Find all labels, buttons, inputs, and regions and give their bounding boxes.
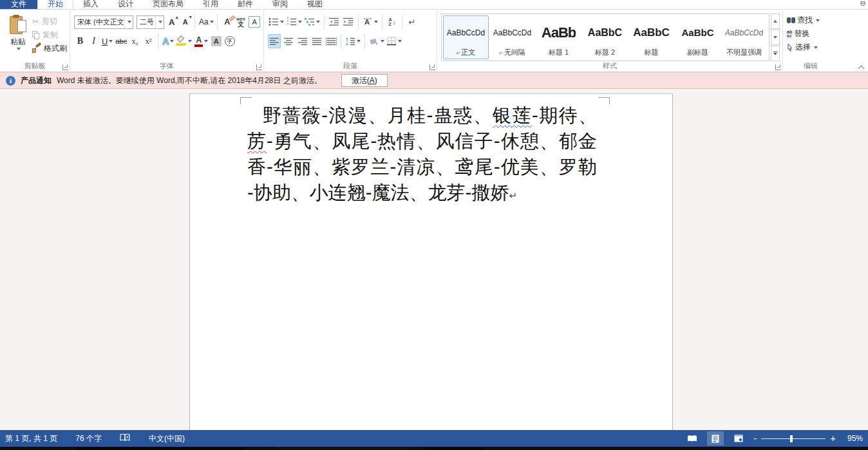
collapse-ribbon-icon[interactable] (859, 66, 864, 69)
clear-formatting-button[interactable]: A (221, 15, 233, 29)
font-name-dropdown-icon[interactable] (124, 16, 133, 28)
style-no-spacing[interactable]: AaBbCcDd ↵无间隔 (489, 15, 535, 59)
align-center-button[interactable] (282, 34, 295, 48)
zoom-percentage[interactable]: 95% (842, 434, 863, 443)
replace-button[interactable]: ab ac 替换 (787, 27, 836, 41)
borders-button[interactable] (386, 34, 402, 48)
doc-text-segment: 野蔷薇-浪漫、月桂-蛊惑、 (263, 104, 493, 126)
format-painter-button[interactable]: 格式刷 (32, 42, 67, 54)
shading-button[interactable] (368, 34, 385, 48)
ribbon-home: 粘贴 ✂ 剪切 复制 格式刷 (0, 10, 868, 72)
print-layout-button[interactable] (707, 431, 724, 445)
show-marks-button[interactable]: ↵ (406, 15, 419, 29)
grow-font-button[interactable]: A▲ (165, 15, 178, 29)
style-title[interactable]: AaBbC 标题 (628, 15, 674, 59)
align-right-button[interactable] (296, 34, 309, 48)
read-mode-button[interactable] (684, 431, 701, 445)
page-number-status[interactable]: 第 1 页, 共 1 页 (5, 433, 57, 444)
find-dropdown-icon[interactable] (816, 19, 820, 22)
editing-group-label: 编辑 (783, 61, 838, 71)
tab-mailings[interactable]: 邮件 (228, 0, 263, 9)
cut-button[interactable]: ✂ 剪切 (32, 15, 67, 27)
select-dropdown-icon[interactable] (814, 46, 818, 49)
multilevel-list-icon (305, 17, 315, 26)
tab-insert[interactable]: 插入 (73, 0, 108, 9)
change-case-button[interactable]: Aa (198, 15, 214, 29)
zoom-slider[interactable] (761, 435, 826, 442)
style-normal[interactable]: AaBbCcDd ↵正文 (443, 15, 489, 59)
copy-button[interactable]: 复制 (32, 29, 67, 41)
tab-references[interactable]: 引用 (193, 0, 228, 9)
group-editing: 查找 ab ac 替换 选择 编辑 (783, 10, 838, 71)
phonetic-guide-button[interactable]: wén 文 (234, 15, 247, 29)
document-page[interactable]: 野蔷薇-浪漫、月桂-蛊惑、银莲-期待、葶苈-勇气、凤尾-热情、风信子-休憩、郁金… (189, 93, 673, 430)
shrink-font-button[interactable]: A▼ (179, 15, 191, 29)
select-button[interactable]: 选择 (787, 41, 836, 54)
enclose-characters-button[interactable]: 字 (223, 35, 236, 48)
styles-dialog-launcher[interactable] (775, 64, 781, 70)
paste-button[interactable]: 粘贴 (4, 14, 32, 61)
strikethrough-button[interactable]: abc (115, 35, 127, 48)
italic-button[interactable]: I (88, 35, 100, 48)
increase-indent-button[interactable] (342, 15, 355, 29)
multilevel-list-button[interactable] (304, 15, 321, 29)
find-label: 查找 (797, 15, 813, 26)
zoom-in-button[interactable]: + (830, 434, 836, 443)
clipboard-dialog-launcher[interactable] (62, 64, 68, 70)
font-size-combo[interactable]: 二号 (137, 15, 164, 29)
numbering-button[interactable] (286, 15, 303, 29)
highlight-button[interactable] (176, 35, 193, 48)
tab-design[interactable]: 设计 (108, 0, 143, 9)
tab-review[interactable]: 审阅 (263, 0, 297, 9)
select-label: 选择 (795, 42, 811, 53)
zoom-slider-thumb[interactable] (790, 435, 793, 442)
superscript-button[interactable]: x² (142, 35, 155, 48)
font-color-button[interactable]: A (194, 35, 209, 48)
tab-page-layout[interactable]: 页面布局 (143, 0, 193, 9)
underline-button[interactable]: U (101, 35, 113, 48)
character-shading-button[interactable]: A (210, 35, 222, 48)
font-size-dropdown-icon[interactable] (155, 16, 164, 28)
style-subtitle[interactable]: AaBbC 副标题 (675, 15, 721, 59)
clipboard-group-label: 剪贴板 (0, 61, 70, 71)
proofing-status-icon[interactable] (120, 433, 131, 444)
tab-view[interactable]: 视图 (297, 0, 332, 9)
format-painter-icon (32, 44, 41, 53)
styles-scroll-down-button[interactable] (771, 30, 780, 45)
tab-file[interactable]: 文件 (0, 0, 37, 9)
notification-message: Word 未被激活。要继续使用 Word,而不中断,请在 2018年4月28日 … (57, 75, 322, 86)
line-spacing-icon (345, 37, 355, 46)
copy-label: 复制 (42, 30, 58, 41)
character-border-button[interactable]: A (248, 15, 261, 29)
activate-button[interactable]: 激活(A) (341, 74, 388, 87)
style-subtle-emphasis[interactable]: AaBbCcDd 不明显强调 (721, 15, 767, 59)
doc-paragraph[interactable]: 野蔷薇-浪漫、月桂-蛊惑、银莲-期待、葶苈-勇气、凤尾-热情、风信子-休憩、郁金… (247, 102, 597, 205)
word-count-status[interactable]: 76 个字 (75, 433, 102, 444)
sign-in-partial-text[interactable]: 登 (860, 0, 866, 6)
bold-button[interactable]: B (74, 35, 86, 48)
bullets-button[interactable] (268, 15, 285, 29)
distribute-button[interactable] (325, 34, 337, 48)
zoom-out-button[interactable]: - (753, 434, 757, 443)
tab-home[interactable]: 开始 (37, 0, 73, 9)
paragraph-dialog-launcher[interactable] (429, 64, 435, 70)
font-name-combo[interactable]: 宋体 (中文正文 (74, 15, 133, 29)
align-left-button[interactable] (268, 34, 281, 48)
text-effects-button[interactable]: A (162, 35, 175, 48)
line-spacing-button[interactable] (344, 34, 361, 48)
language-status[interactable]: 中文(中国) (149, 433, 185, 444)
styles-more-button[interactable] (771, 46, 780, 61)
find-button[interactable]: 查找 (787, 14, 836, 27)
style-heading1[interactable]: AaBb 标题 1 (536, 15, 581, 59)
subscript-button[interactable]: x₂ (129, 35, 141, 48)
font-dialog-launcher[interactable] (256, 64, 262, 70)
paste-dropdown-icon[interactable] (17, 48, 21, 50)
decrease-indent-button[interactable] (328, 15, 341, 29)
document-canvas[interactable]: 野蔷薇-浪漫、月桂-蛊惑、银莲-期待、葶苈-勇气、凤尾-热情、风信子-休憩、郁金… (0, 89, 868, 430)
style-heading2[interactable]: AaBbC 标题 2 (582, 15, 628, 59)
styles-scroll-up-button[interactable] (771, 14, 780, 29)
sort-button[interactable]: AZ ↓ (386, 15, 399, 29)
web-layout-button[interactable] (730, 431, 747, 445)
justify-button[interactable] (310, 34, 323, 48)
asian-layout-button[interactable]: A (362, 15, 379, 29)
